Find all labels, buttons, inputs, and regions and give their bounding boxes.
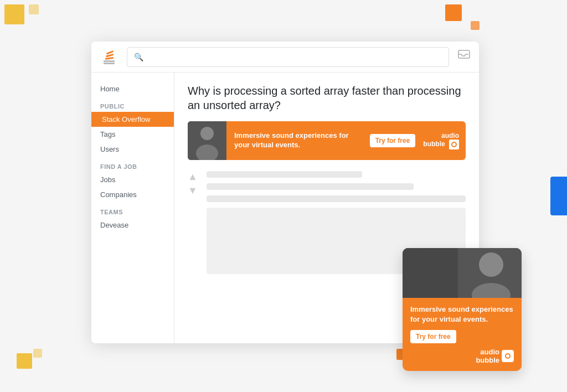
floating-ad-brand-icon (502, 350, 514, 362)
ad-banner-brand: audiobubble (423, 132, 459, 149)
question-title: Why is processing a sorted array faster … (188, 84, 466, 112)
deco-square-3 (445, 4, 462, 21)
search-icon: 🔍 (134, 53, 143, 61)
ad-banner-text: Immersive sound experiences for your vir… (226, 131, 370, 150)
ad-banner-main-text: Immersive sound experiences for your vir… (234, 131, 362, 150)
sidebar-item-devease[interactable]: Devease (91, 218, 174, 233)
ad-banner[interactable]: Immersive sound experiences for your vir… (188, 121, 466, 160)
sidebar-item-home[interactable]: Home (91, 81, 174, 96)
floating-ad-brand-name: audiobubble (476, 348, 499, 364)
skeleton-line-1 (207, 171, 362, 178)
sidebar-item-stackoverflow[interactable]: Stack Overflow (91, 112, 174, 127)
sidebar-section-teams: TEAMS (91, 202, 174, 218)
floating-ad-try-button[interactable]: Try for free (410, 330, 456, 343)
floating-ad[interactable]: Immersive sound experiences for your vir… (403, 248, 522, 371)
sidebar-item-tags[interactable]: Tags (91, 127, 174, 142)
svg-rect-2 (105, 56, 114, 59)
logo-icon[interactable] (100, 48, 118, 66)
sidebar: Home PUBLIC Stack Overflow Tags Users FI… (91, 73, 174, 343)
svg-rect-1 (104, 63, 115, 64)
inbox-icon[interactable] (458, 50, 470, 64)
sidebar-item-jobs[interactable]: Jobs (91, 172, 174, 187)
vote-down-arrow[interactable]: ▼ (188, 185, 198, 197)
svg-point-18 (506, 354, 509, 358)
svg-point-7 (200, 127, 214, 140)
ad-banner-try-button[interactable]: Try for free (370, 134, 416, 147)
svg-point-11 (452, 143, 456, 146)
floating-ad-body: Immersive sound experiences for your vir… (403, 298, 522, 371)
vote-controls: ▲ ▼ (188, 171, 198, 197)
deco-square-2 (29, 4, 39, 14)
floating-ad-image (403, 248, 522, 298)
blue-side-bar (550, 177, 567, 215)
svg-rect-15 (403, 248, 458, 298)
sidebar-item-companies[interactable]: Companies (91, 187, 174, 202)
sidebar-item-users[interactable]: Users (91, 142, 174, 157)
sidebar-section-public: PUBLIC (91, 96, 174, 112)
floating-ad-brand: audiobubble (410, 348, 514, 364)
deco-square-1 (4, 4, 24, 24)
skeleton-line-2 (207, 183, 414, 190)
deco-square-5 (17, 353, 32, 369)
svg-rect-0 (104, 60, 115, 62)
svg-point-13 (479, 252, 503, 277)
sidebar-section-findjob: FIND A JOB (91, 157, 174, 172)
ad-banner-person (188, 121, 226, 160)
search-bar[interactable]: 🔍 (127, 47, 449, 67)
vote-up-arrow[interactable]: ▲ (188, 171, 198, 183)
browser-topbar: 🔍 (91, 42, 479, 73)
floating-ad-text: Immersive sound experiences for your vir… (410, 305, 514, 324)
deco-square-4 (471, 21, 480, 30)
ad-banner-image (188, 121, 226, 160)
deco-square-6 (33, 349, 42, 358)
ad-brand-icon (449, 140, 459, 149)
skeleton-line-3 (207, 195, 466, 202)
